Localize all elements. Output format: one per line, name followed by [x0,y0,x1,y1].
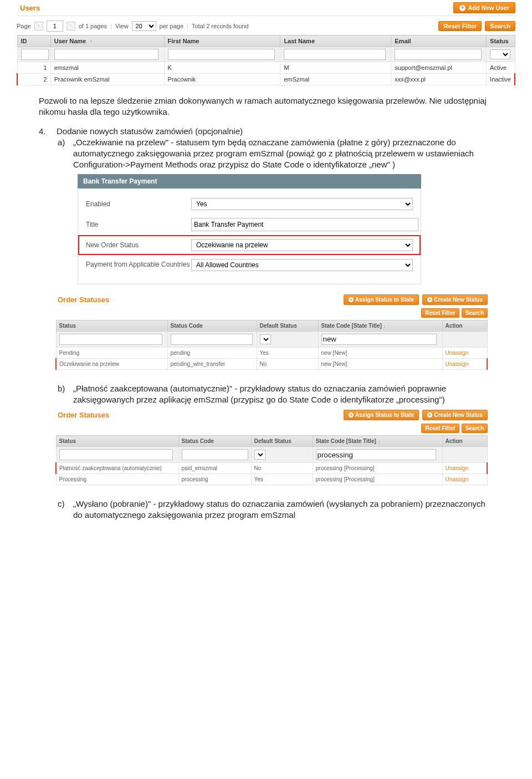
os-filter-state[interactable] [321,334,437,345]
os-cell-state: new [New] [318,358,442,369]
page-input[interactable] [47,21,63,32]
create-status-button[interactable]: +Create New Status [422,410,488,420]
cell-user: emszmal [50,62,164,74]
filter-lastname[interactable] [284,49,386,60]
os-col-status[interactable]: Status [56,320,167,331]
os-col-state[interactable]: State Code [State Title]↓ [313,436,442,447]
of-pages-label: of 1 pages [79,23,107,29]
enabled-select[interactable]: Yes [191,198,413,210]
sublist-letter: b) [58,383,68,406]
document-text: b) „Płatność zaakceptowana (automatyczni… [0,381,532,406]
sublist-letter: a) [58,137,68,171]
os-row[interactable]: Processing processing Yes processing [Pr… [56,474,487,485]
create-status-button[interactable]: +Create New Status [422,294,488,305]
grid-toolbar: Page ‹ › of 1 pages | View 20 per page |… [17,21,515,32]
unassign-link[interactable]: Unassign [446,361,469,367]
new-order-status-select[interactable]: Oczekiwanie na przelew [191,239,413,251]
form-header: Bank Transfer Payment [78,174,421,189]
os-search-button[interactable]: Search [462,308,488,318]
add-new-user-button[interactable]: + Add New User [453,2,515,13]
col-id[interactable]: ID [17,35,50,47]
os-col-action[interactable]: Action [442,436,487,447]
os-col-code[interactable]: Status Code [167,320,257,331]
os-col-state[interactable]: State Code [State Title]↓ [318,320,442,331]
os-filter-code[interactable] [171,334,253,345]
os-filter-default[interactable] [260,334,271,344]
cell-status: Inactive [487,74,515,85]
os-reset-filter-button[interactable]: Reset Filter [421,424,459,433]
create-status-label: Create New Status [434,297,483,303]
sublist-text: „Płatność zaakceptowana (automatycznie)"… [73,383,493,406]
new-order-status-label: New Order Status [86,241,191,249]
filter-email[interactable] [395,49,482,60]
os-row[interactable]: Pending pending Yes new [New] Unassign [56,347,487,358]
assign-status-button[interactable]: +Assign Status to State [344,410,419,420]
os-cell-status: Oczekiwanie na przelew [56,358,167,369]
plus-icon: + [349,297,354,302]
os-filter-status[interactable] [59,334,163,345]
os-filter-status[interactable] [59,449,173,460]
assign-status-button[interactable]: +Assign Status to State [344,294,419,305]
total-label: Total 2 records found [192,23,249,29]
os-search-button[interactable]: Search [462,424,488,433]
os-row[interactable]: Płatność zaakceptowana (automatycznie) p… [56,463,487,474]
search-button[interactable]: Search [485,21,515,31]
cell-first: Pracownik [164,74,280,85]
os-title: Order Statuses [55,411,109,419]
os-col-state-label: State Code [State Title] [316,438,376,444]
unassign-link[interactable]: Unassign [446,465,469,471]
title-input[interactable] [191,218,418,231]
unassign-link[interactable]: Unassign [446,476,469,482]
unassign-link[interactable]: Unassign [446,350,469,356]
os-cell-def: No [251,463,313,474]
filter-id[interactable] [21,49,49,60]
per-page-label: per page [160,23,183,29]
order-statuses-panel-1: Order Statuses +Assign Status to State +… [55,294,488,370]
os-cell-status: Processing [56,474,178,485]
plus-icon: + [459,5,466,11]
os-cell-code: pending_wire_transfer [167,358,257,369]
col-lastname[interactable]: Last Name [280,35,391,47]
os-filter-state[interactable] [316,449,437,460]
document-text: c) „Wysłano (pobranie)" - przykładowy st… [0,496,532,536]
col-email[interactable]: Email [391,35,487,47]
os-cell-def: No [257,358,318,369]
os-filter-code[interactable] [182,449,248,460]
prev-page-button[interactable]: ‹ [34,22,43,30]
sort-desc-icon: ↓ [378,439,381,444]
os-cell-state: new [New] [318,347,442,358]
os-row[interactable]: Oczekiwanie na przelew pending_wire_tran… [56,358,487,369]
os-cell-code: processing [178,474,251,485]
os-filter-default[interactable] [254,450,265,460]
order-status-table: Status Status Code Default Status State … [55,435,488,485]
os-col-code[interactable]: Status Code [178,436,251,447]
os-cell-def: Yes [251,474,313,485]
col-username[interactable]: User Name ↑ [50,35,164,47]
os-col-status[interactable]: Status [56,436,178,447]
os-col-action[interactable]: Action [442,320,487,331]
sublist-text: „Wysłano (pobranie)" - przykładowy statu… [73,498,493,521]
countries-select[interactable]: All Allowed Countries [191,259,413,271]
os-col-default[interactable]: Default Status [257,320,318,331]
view-select[interactable]: 20 [132,21,156,31]
document-text: Pozwoli to na lepsze śledzenie zmian dok… [0,85,532,171]
filter-firstname[interactable] [168,49,275,60]
os-reset-filter-button[interactable]: Reset Filter [421,308,459,318]
os-col-default[interactable]: Default Status [251,436,313,447]
filter-status[interactable] [490,49,510,59]
plus-icon: + [349,413,354,417]
assign-status-label: Assign Status to State [355,297,414,303]
cell-email: support@emszmal.pl [391,62,487,74]
col-firstname[interactable]: First Name [164,35,280,47]
reset-filter-button[interactable]: Reset Filter [438,21,482,31]
col-status[interactable]: Status [487,35,515,47]
next-page-button[interactable]: › [66,22,75,30]
filter-username[interactable] [54,49,158,60]
os-cell-def: Yes [257,347,318,358]
table-row[interactable]: 2 Pracownik emSzmal Pracownik emSzmal xx… [17,74,515,85]
cell-id: 2 [17,74,50,85]
table-row[interactable]: 1 emszmal K M support@emszmal.pl Active [17,62,515,74]
create-status-label: Create New Status [434,412,483,418]
sort-desc-icon: ↓ [383,323,386,329]
os-title: Order Statuses [55,296,109,304]
